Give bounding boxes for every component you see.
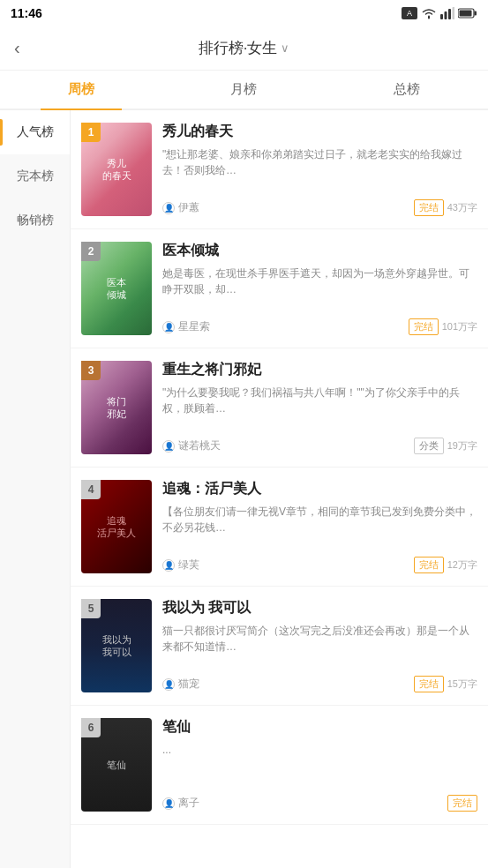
book-author: 👤 猫宠 bbox=[162, 677, 199, 692]
book-author: 👤 绿芙 bbox=[162, 557, 199, 572]
main-layout: 人气榜 完本榜 畅销榜 秀儿的春天 1 秀儿的春天 "想让那老婆、娘亲和你弟弟踏… bbox=[0, 110, 488, 868]
book-meta: 👤 离子 完结 bbox=[162, 791, 477, 812]
book-author: 👤 谜若桃天 bbox=[162, 438, 221, 453]
dropdown-arrow[interactable]: ∨ bbox=[281, 41, 289, 55]
status-icons: A bbox=[402, 7, 477, 19]
tab-bar: 周榜 月榜 总榜 bbox=[0, 71, 488, 110]
book-info: 医本倾城 她是毒医，在现世杀手界医手遮天，却因为一场意外穿越异世。可睁开双眼，却… bbox=[162, 242, 477, 335]
back-button[interactable]: ‹ bbox=[14, 38, 20, 58]
book-desc: 猫一只都很讨厌写简介（这次写完之后没准还会再改）那是一个从来都不知道情… bbox=[162, 623, 477, 655]
svg-rect-2 bbox=[448, 9, 451, 19]
svg-rect-3 bbox=[453, 7, 455, 19]
word-count: 101万字 bbox=[442, 320, 477, 333]
rank-badge: 5 bbox=[81, 599, 101, 618]
header-title: 排行榜·女生 ∨ bbox=[199, 38, 290, 58]
book-author: 👤 伊蕙 bbox=[162, 200, 199, 215]
book-meta: 👤 谜若桃天 分类 19万字 bbox=[162, 434, 477, 454]
rank-badge: 6 bbox=[81, 718, 101, 737]
status-time: 11:46 bbox=[11, 6, 42, 20]
list-item[interactable]: 医本倾城 2 医本倾城 她是毒医，在现世杀手界医手遮天，却因为一场意外穿越异世。… bbox=[71, 229, 488, 348]
book-meta: 👤 伊蕙 完结 43万字 bbox=[162, 196, 477, 216]
tab-monthly[interactable]: 月榜 bbox=[162, 71, 325, 108]
wifi-icon bbox=[421, 7, 437, 19]
book-title: 秀儿的春天 bbox=[162, 123, 477, 141]
book-meta: 👤 绿芙 完结 12万字 bbox=[162, 553, 477, 573]
book-desc: 她是毒医，在现世杀手界医手遮天，却因为一场意外穿越异世。可睁开双眼，却… bbox=[162, 266, 477, 297]
tag-complete: 完结 bbox=[414, 676, 444, 692]
sidebar-item-complete[interactable]: 完本榜 bbox=[0, 154, 70, 198]
list-item[interactable]: 追魂活尸美人 4 追魂：活尸美人 【各位朋友们请一律无视V章节，相同的章节我已发… bbox=[71, 468, 488, 587]
book-meta: 👤 猫宠 完结 15万字 bbox=[162, 672, 477, 692]
book-title: 医本倾城 bbox=[162, 242, 477, 260]
svg-rect-5 bbox=[475, 11, 477, 16]
book-desc: "为什么要娶我呢？我们祸福与共八年啊！""为了你父亲手中的兵权，朕顾着… bbox=[162, 385, 477, 416]
book-cover-wrap: 秀儿的春天 1 bbox=[81, 123, 152, 216]
tab-total[interactable]: 总榜 bbox=[326, 71, 488, 108]
tag-complete: 完结 bbox=[447, 795, 477, 812]
book-desc: ... bbox=[162, 742, 477, 758]
sidebar-item-sales[interactable]: 畅销榜 bbox=[0, 198, 70, 243]
tag-complete: 完结 bbox=[409, 318, 439, 335]
a-icon: A bbox=[402, 7, 417, 19]
word-count: 15万字 bbox=[447, 677, 477, 691]
book-title: 笔仙 bbox=[162, 718, 477, 737]
signal-icon bbox=[440, 7, 454, 19]
rank-badge: 2 bbox=[81, 242, 101, 261]
book-info: 追魂：活尸美人 【各位朋友们请一律无视V章节，相同的章节我已发到免费分类中，不必… bbox=[162, 480, 477, 573]
book-author: 👤 星星索 bbox=[162, 319, 210, 334]
svg-rect-1 bbox=[445, 11, 447, 19]
book-tags: 分类 19万字 bbox=[414, 438, 477, 454]
book-cover-wrap: 医本倾城 2 bbox=[81, 242, 152, 335]
book-cover-wrap: 追魂活尸美人 4 bbox=[81, 480, 152, 573]
author-icon: 👤 bbox=[162, 202, 175, 214]
book-desc: 【各位朋友们请一律无视V章节，相同的章节我已发到免费分类中，不必另花钱… bbox=[162, 504, 477, 535]
book-list: 秀儿的春天 1 秀儿的春天 "想让那老婆、娘亲和你弟弟踏实过日子，就老老实实的给… bbox=[71, 110, 488, 868]
rank-badge: 4 bbox=[81, 480, 101, 499]
book-title: 重生之将门邪妃 bbox=[162, 361, 477, 379]
list-item[interactable]: 我以为我可以 5 我以为 我可以 猫一只都很讨厌写简介（这次写完之后没准还会再改… bbox=[71, 587, 488, 706]
book-tags: 完结 43万字 bbox=[414, 199, 477, 216]
book-title: 我以为 我可以 bbox=[162, 599, 477, 617]
tab-weekly[interactable]: 周榜 bbox=[0, 71, 162, 108]
book-cover-wrap: 笔仙 6 bbox=[81, 718, 152, 812]
sidebar: 人气榜 完本榜 畅销榜 bbox=[0, 110, 71, 868]
rank-badge: 3 bbox=[81, 361, 101, 380]
author-icon: 👤 bbox=[162, 678, 175, 691]
list-item[interactable]: 秀儿的春天 1 秀儿的春天 "想让那老婆、娘亲和你弟弟踏实过日子，就老老实实的给… bbox=[71, 110, 488, 229]
svg-rect-6 bbox=[460, 11, 472, 17]
book-cover-wrap: 我以为我可以 5 bbox=[81, 599, 152, 692]
status-bar: 11:46 A bbox=[0, 0, 488, 26]
book-tags: 完结 bbox=[447, 795, 477, 812]
author-icon: 👤 bbox=[162, 559, 175, 572]
word-count: 43万字 bbox=[447, 201, 477, 214]
header: ‹ 排行榜·女生 ∨ bbox=[0, 26, 488, 71]
author-icon: 👤 bbox=[162, 797, 175, 810]
book-tags: 完结 15万字 bbox=[414, 676, 477, 692]
author-icon: 👤 bbox=[162, 321, 175, 333]
author-icon: 👤 bbox=[162, 440, 175, 453]
rank-badge: 1 bbox=[81, 123, 101, 142]
word-count: 12万字 bbox=[447, 558, 477, 572]
book-meta: 👤 星星索 完结 101万字 bbox=[162, 315, 477, 335]
book-desc: "想让那老婆、娘亲和你弟弟踏实过日子，就老老实实的给我嫁过去！否则我给… bbox=[162, 146, 477, 178]
tag-category: 分类 bbox=[414, 438, 444, 454]
book-author: 👤 离子 bbox=[162, 796, 199, 811]
book-info: 笔仙 ... 👤 离子 完结 bbox=[162, 718, 477, 812]
tag-complete: 完结 bbox=[414, 557, 444, 573]
book-info: 我以为 我可以 猫一只都很讨厌写简介（这次写完之后没准还会再改）那是一个从来都不… bbox=[162, 599, 477, 692]
book-tags: 完结 12万字 bbox=[414, 557, 477, 573]
word-count: 19万字 bbox=[447, 439, 477, 453]
book-info: 秀儿的春天 "想让那老婆、娘亲和你弟弟踏实过日子，就老老实实的给我嫁过去！否则我… bbox=[162, 123, 477, 216]
tag-complete: 完结 bbox=[414, 199, 444, 216]
battery-icon bbox=[458, 8, 477, 19]
list-item[interactable]: 将门邪妃 3 重生之将门邪妃 "为什么要娶我呢？我们祸福与共八年啊！""为了你父… bbox=[71, 348, 488, 468]
book-info: 重生之将门邪妃 "为什么要娶我呢？我们祸福与共八年啊！""为了你父亲手中的兵权，… bbox=[162, 361, 477, 454]
sidebar-item-popular[interactable]: 人气榜 bbox=[0, 110, 70, 154]
list-item[interactable]: 笔仙 6 笔仙 ... 👤 离子 完结 bbox=[71, 706, 488, 825]
header-title-text: 排行榜·女生 bbox=[199, 38, 278, 58]
book-cover-wrap: 将门邪妃 3 bbox=[81, 361, 152, 454]
book-title: 追魂：活尸美人 bbox=[162, 480, 477, 498]
svg-rect-0 bbox=[440, 14, 443, 19]
book-tags: 完结 101万字 bbox=[409, 318, 477, 335]
